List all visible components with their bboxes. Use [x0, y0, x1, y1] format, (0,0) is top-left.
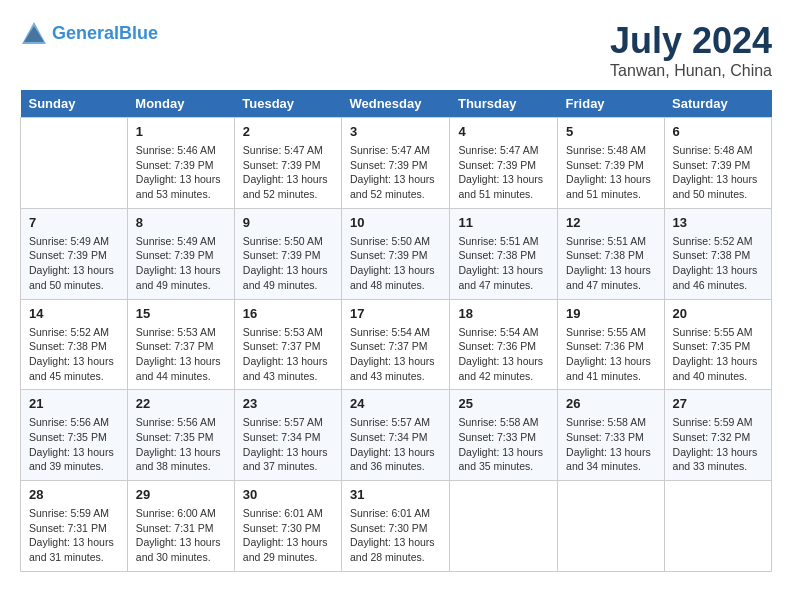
day-detail: Sunrise: 5:57 AMSunset: 7:34 PMDaylight:… — [243, 415, 333, 474]
day-number: 10 — [350, 215, 442, 230]
logo-text: GeneralBlue — [52, 24, 158, 44]
table-row: 10 Sunrise: 5:50 AMSunset: 7:39 PMDaylig… — [341, 208, 450, 299]
table-row: 11 Sunrise: 5:51 AMSunset: 7:38 PMDaylig… — [450, 208, 558, 299]
table-row — [664, 481, 771, 572]
table-row: 23 Sunrise: 5:57 AMSunset: 7:34 PMDaylig… — [234, 390, 341, 481]
day-number: 2 — [243, 124, 333, 139]
day-number: 27 — [673, 396, 763, 411]
day-detail: Sunrise: 6:01 AMSunset: 7:30 PMDaylight:… — [350, 506, 442, 565]
day-detail: Sunrise: 5:50 AMSunset: 7:39 PMDaylight:… — [350, 234, 442, 293]
table-row: 31 Sunrise: 6:01 AMSunset: 7:30 PMDaylig… — [341, 481, 450, 572]
day-detail: Sunrise: 5:56 AMSunset: 7:35 PMDaylight:… — [29, 415, 119, 474]
table-row: 13 Sunrise: 5:52 AMSunset: 7:38 PMDaylig… — [664, 208, 771, 299]
day-number: 3 — [350, 124, 442, 139]
day-detail: Sunrise: 5:51 AMSunset: 7:38 PMDaylight:… — [566, 234, 655, 293]
table-row: 17 Sunrise: 5:54 AMSunset: 7:37 PMDaylig… — [341, 299, 450, 390]
calendar-week-row: 14 Sunrise: 5:52 AMSunset: 7:38 PMDaylig… — [21, 299, 772, 390]
svg-marker-1 — [24, 26, 44, 42]
table-row: 8 Sunrise: 5:49 AMSunset: 7:39 PMDayligh… — [127, 208, 234, 299]
day-number: 26 — [566, 396, 655, 411]
logo-icon — [20, 20, 48, 48]
day-number: 5 — [566, 124, 655, 139]
day-number: 31 — [350, 487, 442, 502]
day-number: 22 — [136, 396, 226, 411]
col-sunday: Sunday — [21, 90, 128, 118]
day-detail: Sunrise: 5:48 AMSunset: 7:39 PMDaylight:… — [673, 143, 763, 202]
day-number: 29 — [136, 487, 226, 502]
day-detail: Sunrise: 5:48 AMSunset: 7:39 PMDaylight:… — [566, 143, 655, 202]
calendar-header-row: Sunday Monday Tuesday Wednesday Thursday… — [21, 90, 772, 118]
day-number: 4 — [458, 124, 549, 139]
day-detail: Sunrise: 5:49 AMSunset: 7:39 PMDaylight:… — [29, 234, 119, 293]
logo: GeneralBlue — [20, 20, 158, 48]
col-tuesday: Tuesday — [234, 90, 341, 118]
day-detail: Sunrise: 5:58 AMSunset: 7:33 PMDaylight:… — [458, 415, 549, 474]
table-row: 1 Sunrise: 5:46 AMSunset: 7:39 PMDayligh… — [127, 118, 234, 209]
col-friday: Friday — [558, 90, 664, 118]
table-row: 22 Sunrise: 5:56 AMSunset: 7:35 PMDaylig… — [127, 390, 234, 481]
day-number: 20 — [673, 306, 763, 321]
calendar-table: Sunday Monday Tuesday Wednesday Thursday… — [20, 90, 772, 572]
day-number: 11 — [458, 215, 549, 230]
day-number: 18 — [458, 306, 549, 321]
table-row: 30 Sunrise: 6:01 AMSunset: 7:30 PMDaylig… — [234, 481, 341, 572]
day-detail: Sunrise: 5:53 AMSunset: 7:37 PMDaylight:… — [243, 325, 333, 384]
logo-line1: General — [52, 23, 119, 43]
day-detail: Sunrise: 5:54 AMSunset: 7:36 PMDaylight:… — [458, 325, 549, 384]
day-detail: Sunrise: 5:57 AMSunset: 7:34 PMDaylight:… — [350, 415, 442, 474]
logo-line2: Blue — [119, 23, 158, 43]
day-number: 6 — [673, 124, 763, 139]
day-detail: Sunrise: 5:58 AMSunset: 7:33 PMDaylight:… — [566, 415, 655, 474]
day-number: 14 — [29, 306, 119, 321]
calendar-week-row: 21 Sunrise: 5:56 AMSunset: 7:35 PMDaylig… — [21, 390, 772, 481]
table-row: 24 Sunrise: 5:57 AMSunset: 7:34 PMDaylig… — [341, 390, 450, 481]
page-header: GeneralBlue July 2024 Tanwan, Hunan, Chi… — [20, 20, 772, 80]
calendar-week-row: 1 Sunrise: 5:46 AMSunset: 7:39 PMDayligh… — [21, 118, 772, 209]
col-wednesday: Wednesday — [341, 90, 450, 118]
table-row: 6 Sunrise: 5:48 AMSunset: 7:39 PMDayligh… — [664, 118, 771, 209]
table-row: 7 Sunrise: 5:49 AMSunset: 7:39 PMDayligh… — [21, 208, 128, 299]
table-row: 2 Sunrise: 5:47 AMSunset: 7:39 PMDayligh… — [234, 118, 341, 209]
table-row: 18 Sunrise: 5:54 AMSunset: 7:36 PMDaylig… — [450, 299, 558, 390]
table-row: 25 Sunrise: 5:58 AMSunset: 7:33 PMDaylig… — [450, 390, 558, 481]
day-number: 21 — [29, 396, 119, 411]
day-detail: Sunrise: 5:54 AMSunset: 7:37 PMDaylight:… — [350, 325, 442, 384]
table-row: 19 Sunrise: 5:55 AMSunset: 7:36 PMDaylig… — [558, 299, 664, 390]
day-number: 1 — [136, 124, 226, 139]
day-detail: Sunrise: 5:47 AMSunset: 7:39 PMDaylight:… — [243, 143, 333, 202]
day-number: 8 — [136, 215, 226, 230]
day-number: 24 — [350, 396, 442, 411]
table-row: 15 Sunrise: 5:53 AMSunset: 7:37 PMDaylig… — [127, 299, 234, 390]
day-detail: Sunrise: 5:59 AMSunset: 7:32 PMDaylight:… — [673, 415, 763, 474]
day-detail: Sunrise: 5:47 AMSunset: 7:39 PMDaylight:… — [350, 143, 442, 202]
month-year: July 2024 — [610, 20, 772, 62]
day-detail: Sunrise: 6:01 AMSunset: 7:30 PMDaylight:… — [243, 506, 333, 565]
day-number: 12 — [566, 215, 655, 230]
table-row — [21, 118, 128, 209]
day-number: 9 — [243, 215, 333, 230]
table-row: 28 Sunrise: 5:59 AMSunset: 7:31 PMDaylig… — [21, 481, 128, 572]
day-number: 16 — [243, 306, 333, 321]
day-number: 7 — [29, 215, 119, 230]
day-detail: Sunrise: 5:53 AMSunset: 7:37 PMDaylight:… — [136, 325, 226, 384]
day-detail: Sunrise: 5:52 AMSunset: 7:38 PMDaylight:… — [673, 234, 763, 293]
table-row: 27 Sunrise: 5:59 AMSunset: 7:32 PMDaylig… — [664, 390, 771, 481]
table-row: 3 Sunrise: 5:47 AMSunset: 7:39 PMDayligh… — [341, 118, 450, 209]
day-number: 13 — [673, 215, 763, 230]
day-detail: Sunrise: 5:46 AMSunset: 7:39 PMDaylight:… — [136, 143, 226, 202]
calendar-week-row: 28 Sunrise: 5:59 AMSunset: 7:31 PMDaylig… — [21, 481, 772, 572]
table-row: 26 Sunrise: 5:58 AMSunset: 7:33 PMDaylig… — [558, 390, 664, 481]
day-detail: Sunrise: 5:55 AMSunset: 7:36 PMDaylight:… — [566, 325, 655, 384]
day-number: 19 — [566, 306, 655, 321]
day-detail: Sunrise: 5:47 AMSunset: 7:39 PMDaylight:… — [458, 143, 549, 202]
table-row: 14 Sunrise: 5:52 AMSunset: 7:38 PMDaylig… — [21, 299, 128, 390]
day-number: 30 — [243, 487, 333, 502]
table-row: 20 Sunrise: 5:55 AMSunset: 7:35 PMDaylig… — [664, 299, 771, 390]
col-thursday: Thursday — [450, 90, 558, 118]
table-row: 29 Sunrise: 6:00 AMSunset: 7:31 PMDaylig… — [127, 481, 234, 572]
day-detail: Sunrise: 5:59 AMSunset: 7:31 PMDaylight:… — [29, 506, 119, 565]
day-detail: Sunrise: 6:00 AMSunset: 7:31 PMDaylight:… — [136, 506, 226, 565]
day-detail: Sunrise: 5:49 AMSunset: 7:39 PMDaylight:… — [136, 234, 226, 293]
day-detail: Sunrise: 5:56 AMSunset: 7:35 PMDaylight:… — [136, 415, 226, 474]
location: Tanwan, Hunan, China — [610, 62, 772, 80]
